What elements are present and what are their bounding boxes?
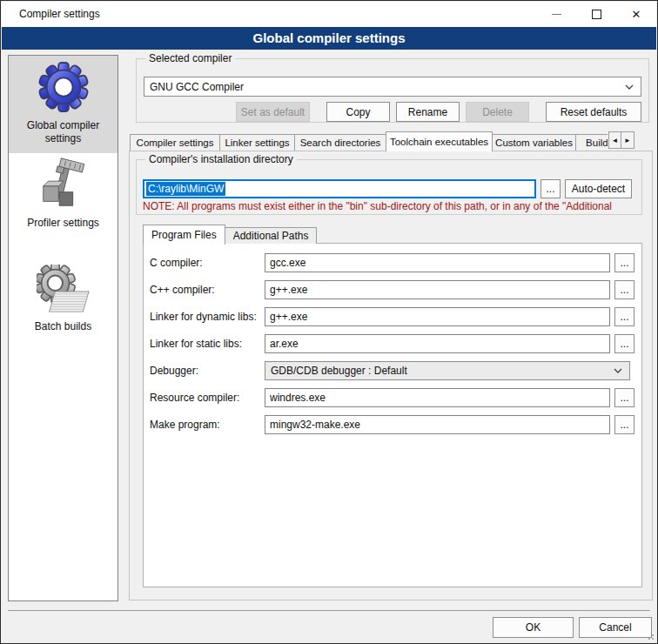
cpp-compiler-browse-button[interactable]: ... [614, 280, 634, 299]
toolchain-subtabs: Program Files Additional Paths [143, 225, 316, 244]
debugger-select-value: GDB/CDB debugger : Default [271, 365, 407, 377]
right-arrow-icon: ► [624, 137, 631, 144]
installation-directory-legend: Compiler's installation directory [145, 153, 297, 165]
selected-compiler-group: Selected compiler GNU GCC Compiler Set a… [136, 58, 649, 123]
maximize-button[interactable] [576, 2, 616, 27]
copy-button[interactable]: Copy [326, 102, 390, 122]
rename-button[interactable]: Rename [396, 102, 460, 122]
sidebar-item-profiler-settings[interactable]: Profiler settings [9, 153, 118, 238]
cancel-button[interactable]: Cancel [579, 617, 652, 638]
maximize-icon [592, 10, 601, 19]
browse-directory-button[interactable]: ... [540, 179, 561, 198]
c-compiler-browse-button[interactable]: ... [614, 253, 634, 272]
make-program-label: Make program: [150, 415, 264, 434]
linker-static-browse-button[interactable]: ... [614, 334, 634, 353]
resource-compiler-input[interactable] [265, 388, 610, 407]
titlebar: Compiler settings ✕ [2, 2, 656, 27]
chevron-down-icon [625, 84, 634, 90]
cpp-compiler-input[interactable] [265, 280, 610, 299]
linker-dynamic-input[interactable] [265, 307, 610, 326]
installation-directory-input[interactable]: C:\raylib\MinGW [143, 179, 536, 198]
reset-defaults-button[interactable]: Reset defaults [546, 102, 641, 122]
window-controls: ✕ [536, 2, 656, 27]
delete-button[interactable]: Delete [466, 102, 529, 122]
tab-toolchain-executables[interactable]: Toolchain executables [386, 131, 493, 151]
compiler-select-value: GNU GCC Compiler [150, 81, 244, 93]
tab-scroll-left-button[interactable]: ◄ [608, 131, 621, 149]
selected-compiler-legend: Selected compiler [145, 52, 235, 64]
sidebar-item-batch-builds[interactable]: Batch builds [9, 260, 118, 341]
sidebar-item-global-compiler-settings[interactable]: Global compiler settings [9, 56, 118, 153]
autodetect-button[interactable]: Auto-detect [565, 179, 632, 198]
resize-grip[interactable] [646, 632, 654, 640]
close-button[interactable]: ✕ [616, 2, 656, 27]
chevron-down-icon [614, 368, 622, 373]
window-title: Compiler settings [19, 2, 100, 27]
set-as-default-button[interactable]: Set as default [236, 102, 310, 122]
minimize-button[interactable] [536, 2, 576, 27]
gear-stack-icon [37, 265, 91, 315]
tab-build-options[interactable]: Build options [575, 134, 608, 151]
linker-static-input[interactable] [265, 334, 610, 353]
close-icon: ✕ [632, 9, 641, 20]
ok-button[interactable]: OK [493, 617, 574, 638]
linker-static-label: Linker for static libs: [150, 334, 264, 353]
selected-path-text: C:\raylib\MinGW [146, 182, 225, 196]
sidebar-item-label: Global compiler settings [11, 119, 115, 145]
tab-linker-settings[interactable]: Linker settings [219, 134, 295, 151]
linker-dynamic-label: Linker for dynamic libs: [150, 307, 264, 326]
blue-gear-icon [37, 60, 91, 114]
debugger-label: Debugger: [150, 361, 264, 380]
make-program-browse-button[interactable]: ... [614, 415, 634, 434]
minimize-icon [552, 14, 561, 15]
compiler-settings-dialog: Compiler settings ✕ Global compiler sett… [0, 0, 658, 644]
resource-compiler-label: Resource compiler: [150, 388, 264, 407]
tab-scroll-buttons: ◄ ► [608, 131, 634, 149]
compiler-actions: Set as default Copy Rename Delete Reset … [144, 102, 641, 122]
tab-custom-variables[interactable]: Custom variables [492, 134, 576, 151]
settings-tabstrip: Compiler settings Linker settings Search… [130, 131, 608, 151]
settings-category-list: Global compiler settings Profiler settin… [8, 55, 118, 601]
subtab-program-files[interactable]: Program Files [143, 225, 225, 245]
c-compiler-input[interactable] [265, 253, 610, 272]
linker-dynamic-browse-button[interactable]: ... [614, 307, 634, 326]
cpp-compiler-label: C++ compiler: [150, 280, 264, 299]
make-program-input[interactable] [265, 415, 610, 434]
left-arrow-icon: ◄ [612, 137, 619, 144]
tab-scroll-right-button[interactable]: ► [621, 131, 634, 149]
footer-divider [8, 610, 650, 611]
debugger-select[interactable]: GDB/CDB debugger : Default [265, 361, 630, 380]
tab-search-directories[interactable]: Search directories [294, 134, 386, 151]
subtab-additional-paths[interactable]: Additional Paths [225, 227, 318, 244]
caliper-icon [37, 158, 91, 211]
dialog-header: Global compiler settings [2, 27, 656, 50]
compiler-select[interactable]: GNU GCC Compiler [144, 77, 641, 97]
tab-compiler-settings[interactable]: Compiler settings [130, 134, 220, 151]
sidebar-item-label: Profiler settings [11, 217, 115, 230]
resource-compiler-browse-button[interactable]: ... [614, 388, 634, 407]
c-compiler-label: C compiler: [150, 253, 264, 272]
note-text: NOTE: All programs must exist either in … [143, 200, 641, 212]
sidebar-item-label: Batch builds [11, 320, 115, 333]
